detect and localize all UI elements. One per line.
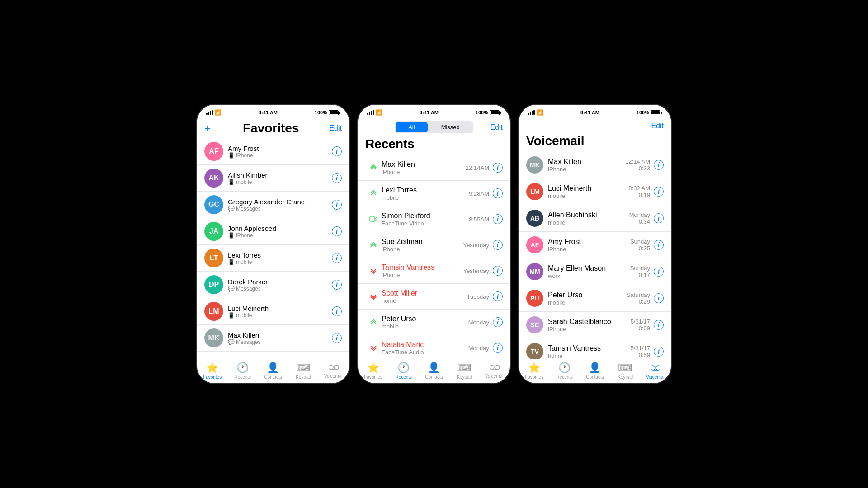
status-bar-voicemail: 📶 9:41 AM 100% [519,105,671,118]
list-item[interactable]: MK Max Killen 💬Messages i [197,325,349,352]
voicemail-name: Peter Urso [548,291,627,299]
phone-icon: 📱 [228,312,235,319]
tab-recents[interactable]: 🕐 Recents [552,362,577,380]
info-button[interactable]: i [654,187,664,197]
favorites-tab-label: Favorites [203,375,222,380]
list-item[interactable]: LM Luci Meinerth 📱mobile i [197,298,349,325]
info-button[interactable]: i [332,146,342,156]
list-item[interactable]: TV Tamsin Vantress home 5/31/17 0:59 i [519,338,671,359]
tab-recents[interactable]: 🕐 Recents [230,362,255,380]
info-button[interactable]: i [654,347,664,357]
signal-bar-2 [530,112,531,115]
list-item[interactable]: GC Gregory Alexander Crane 💬Messages i [197,192,349,218]
segment-missed-button[interactable]: Missed [429,122,472,132]
info-button[interactable]: i [332,200,342,210]
voicemail-edit-button[interactable]: Edit [651,122,664,130]
info-button[interactable]: i [493,214,503,224]
contact-info: John Appleseed 📱iPhone [228,225,327,239]
recent-type: FaceTime Audio [382,349,468,356]
list-item[interactable]: Max Killen iPhone 12:14AM i [358,155,510,181]
tab-keypad[interactable]: ⌨ Keypad [613,362,638,380]
info-button[interactable]: i [654,267,664,277]
list-item[interactable]: JA John Appleseed 📱iPhone i [197,218,349,245]
list-item[interactable]: AF Amy Frost iPhone Sunday 0:35 i [519,232,671,258]
info-button[interactable]: i [493,266,503,276]
list-item[interactable]: MK Max Killen iPhone 12:14 AM 0:33 i [519,152,671,178]
info-button[interactable]: i [332,173,342,183]
list-item[interactable]: LT Lexi Torres 📱mobile i [197,245,349,272]
info-button[interactable]: i [654,213,664,223]
favorites-tab-icon: ⭐ [206,362,218,374]
voicemail-date: 12:14 AM [625,158,650,165]
info-button[interactable]: i [332,226,342,236]
list-item[interactable]: LM Luci Meinerth mobile 8:32 AM 0:19 i [519,178,671,205]
tab-voicemail[interactable]: Voicemail [482,363,507,379]
info-button[interactable]: i [493,188,503,198]
info-button[interactable]: i [654,240,664,250]
list-item[interactable]: AB Allen Buchinski mobile Monday 0:34 i [519,205,671,232]
list-item[interactable]: MM Mary Ellen Mason work Sunday 0:17 i [519,258,671,285]
info-button[interactable]: i [332,253,342,263]
add-favorite-button[interactable]: + [204,122,211,135]
list-item[interactable]: Peter Urso mobile Monday i [358,310,510,335]
segment-all-button[interactable]: All [396,122,427,132]
list-item[interactable]: Natalia Maric FaceTime Audio Monday i [358,335,510,359]
tab-recents[interactable]: 🕐 Recents [391,362,416,380]
svg-point-0 [329,365,333,370]
voicemail-title: Voicemail [526,134,585,148]
list-item[interactable]: Sue Zeifman iPhone Yesterday i [358,232,510,258]
call-type-icon [365,314,382,330]
info-button[interactable]: i [493,317,503,327]
list-item[interactable]: Tamsin Vantress iPhone Yesterday i [358,258,510,284]
phone-favorites: 📶 9:41 AM 100% + Favorites Edit AF Amy F… [196,104,350,384]
contact-type: 📱iPhone [228,232,327,239]
info-button[interactable]: i [654,160,664,170]
avatar: GC [204,195,223,214]
list-item[interactable]: Simon Pickford FaceTime Video 8:55AM i [358,206,510,232]
info-button[interactable]: i [654,320,664,330]
info-button[interactable]: i [493,240,503,250]
tab-favorites[interactable]: ⭐ Favorites [522,362,547,380]
contact-name: John Appleseed [228,225,327,232]
info-button[interactable]: i [654,293,664,303]
contact-type: 📱mobile [228,259,327,265]
tab-voicemail-active[interactable]: Voicemail [643,362,668,380]
tab-favorites[interactable]: ⭐ Favorites [361,362,386,380]
list-item[interactable]: AF Amy Frost 📱iPhone i [197,138,349,165]
tab-contacts[interactable]: 👤 Contacts [421,362,446,380]
list-item[interactable]: AK Ailish Kimber 📱mobile i [197,165,349,192]
info-button[interactable]: i [493,343,503,353]
contact-type: 💬Messages [228,286,327,292]
voicemail-meta: 5/31/17 0:59 [631,345,650,358]
recents-tab-icon: 🕐 [236,362,249,374]
list-item[interactable]: DP Derek Parker 💬Messages i [197,272,349,298]
list-item[interactable]: Scott Miller home Tuesday i [358,284,510,310]
info-button[interactable]: i [332,280,342,290]
favorites-title: Favorites [241,121,299,136]
avatar: DP [204,275,223,294]
favorites-edit-button[interactable]: Edit [329,124,342,132]
list-item[interactable]: PU Peter Urso mobile Saturday 0:29 i [519,285,671,312]
info-button[interactable]: i [493,291,503,301]
signal-bar-1 [206,113,208,115]
tab-contacts[interactable]: 👤 Contacts [582,362,607,380]
contacts-tab-icon: 👤 [428,362,440,374]
info-button[interactable]: i [332,306,342,316]
tab-keypad[interactable]: ⌨ Keypad [291,362,316,380]
contact-name: Ailish Kimber [228,171,327,179]
info-button[interactable]: i [332,333,342,343]
tab-keypad[interactable]: ⌨ Keypad [452,362,477,380]
list-item[interactable]: Lexi Torres mobile 9:28AM i [358,181,510,206]
tab-voicemail[interactable]: Voicemail [321,363,346,379]
voicemail-tab-icon [490,363,500,373]
tab-contacts[interactable]: 👤 Contacts [260,362,285,380]
tab-favorites[interactable]: ⭐ Favorites [200,362,225,380]
voicemail-list: MK Max Killen iPhone 12:14 AM 0:33 i LM … [519,152,671,359]
voicemail-date: Saturday [627,291,650,298]
avatar: LM [526,183,543,200]
recents-edit-button[interactable]: Edit [490,123,503,131]
list-item[interactable]: SC Sarah Castelblanco iPhone 5/31/17 0:0… [519,312,671,338]
info-button[interactable]: i [493,163,503,173]
recent-type: home [382,297,467,304]
svg-point-7 [651,366,655,370]
